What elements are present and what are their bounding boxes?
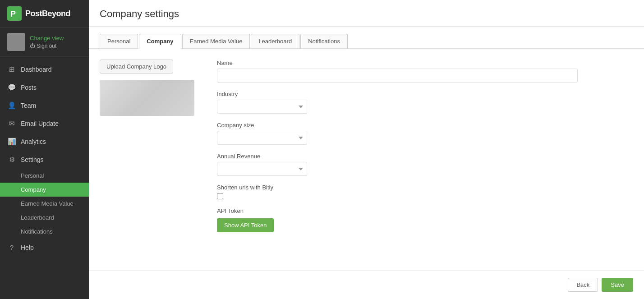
main-content: Company settings Personal Company Earned… bbox=[89, 0, 644, 299]
shorten-urls-field-group: Shorten urls with Bitly bbox=[217, 184, 578, 199]
company-size-label: Company size bbox=[217, 122, 578, 129]
industry-select[interactable] bbox=[217, 100, 307, 114]
name-input[interactable] bbox=[217, 69, 578, 83]
form-left: Upload Company Logo bbox=[100, 60, 199, 259]
sidebar-item-team-label: Team bbox=[21, 102, 36, 109]
sidebar-item-settings-label: Settings bbox=[21, 156, 44, 163]
sidebar-sub-leaderboard-label: Leaderboard bbox=[21, 214, 54, 221]
sidebar-nav: ⊞ Dashboard 💬 Posts 👤 Team ✉ Email Updat… bbox=[0, 57, 89, 299]
industry-field-group: Industry bbox=[217, 91, 578, 114]
api-token-field-group: API Token Show API Token bbox=[217, 207, 578, 232]
shorten-urls-label: Shorten urls with Bitly bbox=[217, 184, 578, 191]
posts-icon: 💬 bbox=[7, 83, 16, 92]
form-footer: Back Save bbox=[89, 270, 644, 299]
sidebar-item-team[interactable]: 👤 Team bbox=[0, 97, 89, 115]
api-token-label: API Token bbox=[217, 207, 578, 214]
sidebar-sub-personal-label: Personal bbox=[21, 172, 44, 179]
shorten-urls-checkbox[interactable] bbox=[217, 193, 223, 199]
tab-earned-media-value[interactable]: Earned Media Value bbox=[182, 34, 250, 48]
industry-label: Industry bbox=[217, 91, 578, 97]
tabs-bar: Personal Company Earned Media Value Lead… bbox=[89, 27, 644, 49]
sidebar-item-posts-label: Posts bbox=[21, 84, 37, 91]
sidebar-logo-area: P PostBeyond bbox=[0, 0, 89, 28]
sidebar-sub-item-company[interactable]: Company bbox=[0, 183, 89, 197]
email-update-icon: ✉ bbox=[7, 120, 16, 128]
postbeyond-logo-icon: P bbox=[7, 6, 22, 21]
upload-logo-button[interactable]: Upload Company Logo bbox=[100, 60, 173, 74]
tab-personal[interactable]: Personal bbox=[100, 34, 138, 48]
annual-revenue-field-group: Annual Revenue bbox=[217, 153, 578, 176]
shorten-urls-checkbox-row bbox=[217, 193, 578, 199]
analytics-icon: 📊 bbox=[7, 138, 16, 146]
sidebar-sub-item-earned-media-value[interactable]: Earned Media Value bbox=[0, 197, 89, 211]
team-icon: 👤 bbox=[7, 101, 16, 110]
sign-out-link[interactable]: ⏻ Sign out bbox=[30, 43, 64, 49]
logo-preview bbox=[100, 80, 194, 116]
back-button[interactable]: Back bbox=[568, 278, 598, 292]
sidebar-item-email-update[interactable]: ✉ Email Update bbox=[0, 115, 89, 133]
change-view-link[interactable]: Change view bbox=[30, 35, 64, 41]
sidebar-sub-company-label: Company bbox=[21, 186, 46, 193]
company-size-field-group: Company size bbox=[217, 122, 578, 145]
sidebar-item-help-label: Help bbox=[21, 244, 34, 251]
sidebar-sub-notifications-label: Notifications bbox=[21, 228, 53, 235]
dashboard-icon: ⊞ bbox=[7, 65, 16, 74]
sidebar-item-settings[interactable]: ⚙ Settings bbox=[0, 151, 89, 169]
tab-company[interactable]: Company bbox=[139, 34, 181, 49]
sidebar-item-analytics-label: Analytics bbox=[21, 138, 46, 145]
sidebar: P PostBeyond Change view ⏻ Sign out ⊞ Da… bbox=[0, 0, 89, 299]
sidebar-item-dashboard[interactable]: ⊞ Dashboard bbox=[0, 60, 89, 78]
annual-revenue-label: Annual Revenue bbox=[217, 153, 578, 160]
tab-leaderboard[interactable]: Leaderboard bbox=[251, 34, 299, 48]
svg-text:P: P bbox=[10, 9, 16, 18]
form-right: Name Industry Company size Annual Revenu… bbox=[217, 60, 578, 259]
sidebar-item-posts[interactable]: 💬 Posts bbox=[0, 78, 89, 97]
app-name: PostBeyond bbox=[25, 9, 70, 18]
name-label: Name bbox=[217, 60, 578, 66]
sidebar-sub-emv-label: Earned Media Value bbox=[21, 200, 74, 207]
annual-revenue-select[interactable] bbox=[217, 162, 307, 176]
show-api-token-button[interactable]: Show API Token bbox=[217, 218, 274, 232]
company-size-select[interactable] bbox=[217, 131, 307, 145]
sidebar-item-email-update-label: Email Update bbox=[21, 120, 59, 127]
settings-icon: ⚙ bbox=[7, 156, 16, 164]
sidebar-user-area: Change view ⏻ Sign out bbox=[0, 28, 89, 57]
sidebar-item-help[interactable]: ? Help bbox=[0, 239, 89, 256]
page-title: Company settings bbox=[100, 8, 633, 20]
page-header: Company settings bbox=[89, 0, 644, 27]
sidebar-sub-item-personal[interactable]: Personal bbox=[0, 169, 89, 183]
help-icon: ? bbox=[7, 244, 16, 251]
name-field-group: Name bbox=[217, 60, 578, 83]
tab-notifications[interactable]: Notifications bbox=[300, 34, 348, 48]
avatar bbox=[7, 33, 25, 51]
form-area: Upload Company Logo Name Industry Compan… bbox=[89, 49, 644, 270]
sidebar-sub-item-leaderboard[interactable]: Leaderboard bbox=[0, 211, 89, 225]
user-actions: Change view ⏻ Sign out bbox=[30, 35, 64, 49]
sidebar-item-dashboard-label: Dashboard bbox=[21, 66, 52, 73]
sidebar-item-analytics[interactable]: 📊 Analytics bbox=[0, 133, 89, 151]
save-button[interactable]: Save bbox=[602, 278, 633, 292]
sidebar-sub-item-notifications[interactable]: Notifications bbox=[0, 225, 89, 239]
